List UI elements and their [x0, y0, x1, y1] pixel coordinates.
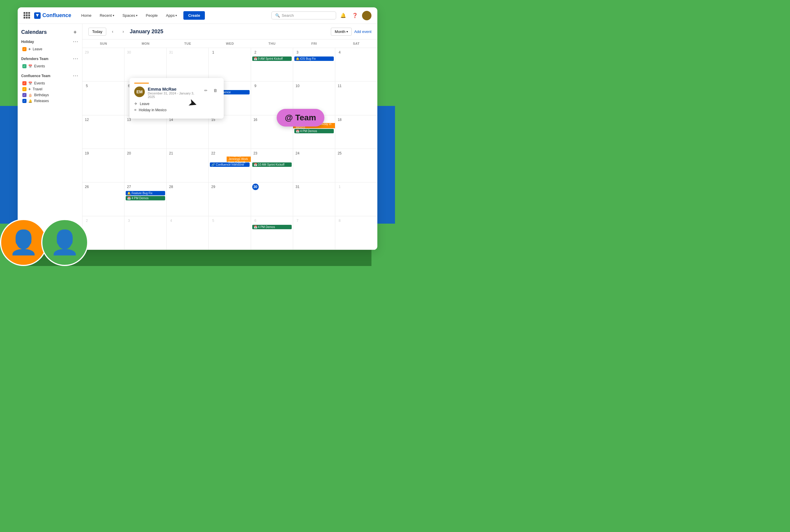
- cell-jan5[interactable]: 5: [82, 81, 125, 115]
- day-header-sun: SUN: [82, 39, 125, 48]
- checkbox-releases[interactable]: ✓: [22, 99, 26, 103]
- cell-jan29[interactable]: 29: [209, 183, 251, 216]
- calendar-item-leave[interactable]: ✓ ✈ Leave: [21, 46, 79, 52]
- calendar-label-travel: Travel: [33, 87, 42, 91]
- cell-jan27[interactable]: 27 🔔 Feature Bug Fix 📅 4 PM Demos: [125, 183, 167, 216]
- today-button[interactable]: Today: [88, 28, 106, 36]
- event-jan3-ios[interactable]: 🔔 iOS Bug Fix: [294, 57, 334, 61]
- nav-people[interactable]: People: [143, 12, 161, 19]
- calendar-group-holiday: Holiday ··· ✓ ✈ Leave: [21, 39, 79, 52]
- grid-icon[interactable]: [23, 12, 31, 19]
- checkbox-defenders-events[interactable]: ✓: [22, 64, 26, 68]
- cell-dec31[interactable]: 31: [167, 48, 209, 81]
- logo[interactable]: Confluence: [34, 12, 71, 19]
- add-calendar-button[interactable]: +: [72, 28, 79, 36]
- event-feb6-demos[interactable]: 📅 4 PM Demos: [252, 225, 292, 229]
- cell-jan12[interactable]: 12: [82, 115, 125, 149]
- cell-jan24[interactable]: 24: [293, 149, 335, 182]
- cell-jan15[interactable]: 15: [209, 115, 251, 149]
- event-jan2-sprint[interactable]: 📅 9 AM Sprint Kickoff: [252, 57, 292, 61]
- logo-icon: [34, 12, 41, 19]
- popup-delete-button[interactable]: 🗑: [211, 87, 219, 94]
- popup-edit-button[interactable]: ✏: [202, 87, 210, 94]
- calendar-grid: SUN MON TUE WED THU FRI SAT 29 30 31 1: [82, 39, 377, 250]
- nav-apps[interactable]: Apps ▾: [163, 12, 180, 19]
- add-event-button[interactable]: Add event: [354, 30, 372, 34]
- cell-jan3[interactable]: 3 🔔 iOS Bug Fix: [293, 48, 335, 81]
- group-header-holiday: Holiday ···: [21, 39, 79, 44]
- prev-month-button[interactable]: ‹: [109, 27, 117, 36]
- calendar-label-releases: Releases: [34, 99, 49, 103]
- event-harvey-travel[interactable]: ✈ Harvey Jennings Work from Gdansk: [227, 156, 250, 162]
- top-nav: Confluence Home Recent ▾ Spaces ▾ People…: [18, 7, 377, 24]
- checkbox-birthdays[interactable]: ✓: [22, 93, 26, 97]
- cell-dec29[interactable]: 29: [82, 48, 125, 81]
- event-feature-bug[interactable]: 🔔 Feature Bug Fix: [126, 191, 165, 195]
- calendar-item-releases[interactable]: ✓ 🔔 Releases: [21, 98, 79, 104]
- search-box[interactable]: 🔍 Search: [271, 12, 336, 19]
- calendar-title: January 2025: [130, 28, 329, 35]
- cell-jan19[interactable]: 19: [82, 149, 125, 182]
- group-name-defenders: Defenders Team: [21, 57, 48, 61]
- releases-icon: 🔔: [28, 99, 32, 103]
- cell-feb8[interactable]: 8: [335, 216, 377, 249]
- cell-jan30[interactable]: 30: [251, 183, 293, 216]
- week-6: 2 3 4 5 6 📅 4 PM Demos 7 8: [82, 216, 377, 250]
- calendar-item-birthdays[interactable]: ✓ 🎂 Birthdays: [21, 92, 79, 98]
- cell-jan2[interactable]: 2 📅 9 AM Sprint Kickoff: [251, 48, 293, 81]
- cell-jan23[interactable]: 23 📅 10 AM Sprint Kickoff: [251, 149, 293, 182]
- cell-feb1[interactable]: 1: [335, 183, 377, 216]
- cell-feb4[interactable]: 4: [167, 216, 209, 249]
- group-more-confluence[interactable]: ···: [73, 73, 79, 79]
- event-jan27-demos[interactable]: 📅 4 PM Demos: [126, 196, 165, 201]
- checkbox-leave[interactable]: ✓: [22, 47, 26, 51]
- cell-jan14[interactable]: 14: [167, 115, 209, 149]
- nav-home[interactable]: Home: [78, 12, 94, 19]
- cell-jan26[interactable]: 26: [82, 183, 125, 216]
- cell-jan18[interactable]: 18: [335, 115, 377, 149]
- cell-feb7[interactable]: 7: [293, 216, 335, 249]
- nav-recent[interactable]: Recent ▾: [97, 12, 117, 19]
- next-month-button[interactable]: ›: [119, 27, 128, 36]
- cell-jan25[interactable]: 25: [335, 149, 377, 182]
- cell-jan22[interactable]: 22 ✈ Harvey Jennings Work from Gdansk 🔗 …: [209, 149, 251, 182]
- cell-jan21[interactable]: 21: [167, 149, 209, 182]
- day-headers: SUN MON TUE WED THU FRI SAT: [82, 39, 377, 48]
- group-more-defenders[interactable]: ···: [73, 56, 79, 61]
- calendar-item-confluence-events[interactable]: ✓ 📅 Events: [21, 80, 79, 86]
- month-view-button[interactable]: Month ▾: [331, 28, 352, 36]
- notifications-button[interactable]: 🔔: [338, 11, 348, 20]
- leave-icon: ✈: [28, 48, 31, 51]
- cell-jan31[interactable]: 31: [293, 183, 335, 216]
- calendar-item-travel[interactable]: ✓ ✈ Travel: [21, 86, 79, 92]
- cell-jan1[interactable]: 1: [209, 48, 251, 81]
- calendar-weeks: 29 30 31 1 2 📅 9 AM Sprint Kickoff 3 🔔 i…: [82, 48, 377, 250]
- create-button[interactable]: Create: [183, 11, 205, 20]
- cell-jan4[interactable]: 4: [335, 48, 377, 81]
- defenders-events-icon: 📅: [28, 64, 32, 68]
- group-header-defenders: Defenders Team ···: [21, 56, 79, 61]
- group-more-holiday[interactable]: ···: [73, 39, 79, 44]
- checkbox-confluence-events[interactable]: ✓: [22, 81, 26, 86]
- event-jan23-sprint[interactable]: 📅 10 AM Sprint Kickoff: [252, 163, 292, 167]
- nav-spaces[interactable]: Spaces ▾: [119, 12, 140, 19]
- cell-dec30[interactable]: 30: [125, 48, 167, 81]
- group-name-holiday: Holiday: [21, 40, 34, 44]
- cell-jan13[interactable]: 13: [125, 115, 167, 149]
- cell-jan28[interactable]: 28: [167, 183, 209, 216]
- week-1: 29 30 31 1 2 📅 9 AM Sprint Kickoff 3 🔔 i…: [82, 48, 377, 81]
- event-jan17-demos[interactable]: 📅 4 PM Demos: [294, 129, 334, 133]
- user-avatar[interactable]: [362, 11, 372, 20]
- cell-feb2[interactable]: 2: [82, 216, 125, 249]
- cell-feb5[interactable]: 5: [209, 216, 251, 249]
- checkbox-travel[interactable]: ✓: [22, 87, 26, 91]
- cell-feb6[interactable]: 6 📅 4 PM Demos: [251, 216, 293, 249]
- calendar-item-defenders-events[interactable]: ✓ 📅 Events: [21, 63, 79, 69]
- cell-jan20[interactable]: 20: [125, 149, 167, 182]
- week-3: 12 13 14 15 16 17 ✈ Emma McRae Holiday i…: [82, 115, 377, 149]
- cell-jan11[interactable]: 11: [335, 81, 377, 115]
- sidebar: Calendars + Holiday ··· ✓ ✈ Leave Defend…: [18, 24, 82, 250]
- help-button[interactable]: ❓: [350, 11, 360, 20]
- cell-feb3[interactable]: 3: [125, 216, 167, 249]
- main-card: Confluence Home Recent ▾ Spaces ▾ People…: [18, 7, 377, 250]
